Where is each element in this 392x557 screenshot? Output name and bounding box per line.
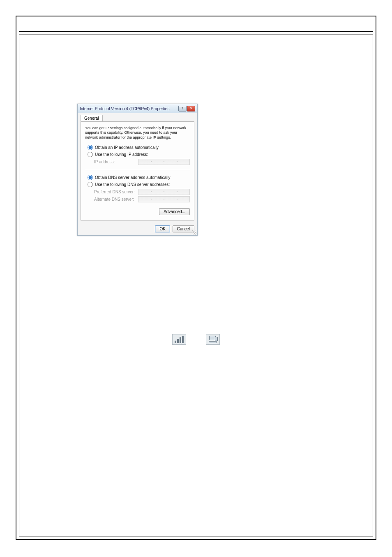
alternate-dns-field <box>138 196 190 202</box>
advanced-row: Advanced... <box>85 207 190 215</box>
group-divider <box>85 170 190 170</box>
dns-settings-group: Obtain DNS server address automatically … <box>85 175 190 202</box>
alternate-dns-label: Alternate DNS server: <box>94 197 134 202</box>
resize-grip-icon[interactable] <box>192 230 196 234</box>
window-title: Internet Protocol Version 4 (TCP/IPv4) P… <box>80 107 169 111</box>
advanced-button[interactable]: Advanced... <box>159 208 190 215</box>
radio-obtain-dns-auto-input[interactable] <box>88 175 93 180</box>
close-button[interactable]: ✕ <box>187 106 195 111</box>
preferred-dns-label: Preferred DNS server: <box>94 190 135 194</box>
tab-general[interactable]: General <box>81 115 103 121</box>
ip-settings-group: Obtain an IP address automatically Use t… <box>85 145 190 165</box>
help-button[interactable]: ? <box>178 106 187 111</box>
ip-address-field <box>138 159 190 165</box>
titlebar[interactable]: Internet Protocol Version 4 (TCP/IPv4) P… <box>78 104 197 113</box>
tab-row: General <box>81 115 194 121</box>
radio-use-ip-manual[interactable]: Use the following IP address: <box>88 152 190 157</box>
ip-address-row: IP address: <box>94 159 190 165</box>
radio-obtain-dns-auto[interactable]: Obtain DNS server address automatically <box>88 175 190 180</box>
cancel-button[interactable]: Cancel <box>173 225 194 232</box>
tcpip-properties-dialog: Internet Protocol Version 4 (TCP/IPv4) P… <box>77 104 198 236</box>
network-adapter-icon[interactable] <box>206 334 220 345</box>
alternate-dns-row: Alternate DNS server: <box>94 196 190 202</box>
radio-use-ip-manual-input[interactable] <box>88 152 93 157</box>
dialog-body: General You can get IP settings assigned… <box>78 113 197 223</box>
tray-icon-row <box>19 334 373 345</box>
radio-obtain-ip-auto-input[interactable] <box>88 145 93 150</box>
radio-use-ip-manual-label: Use the following IP address: <box>95 152 148 157</box>
radio-use-dns-manual-input[interactable] <box>88 182 93 187</box>
radio-use-dns-manual-label: Use the following DNS server addresses: <box>95 182 170 187</box>
dialog-buttons: OK Cancel <box>78 223 197 235</box>
header-separator <box>19 31 373 32</box>
radio-obtain-ip-auto[interactable]: Obtain an IP address automatically <box>88 145 190 150</box>
description-text: You can get IP settings assigned automat… <box>85 126 190 140</box>
tab-pane-general: You can get IP settings assigned automat… <box>81 121 194 220</box>
page-frame-inner: Internet Protocol Version 4 (TCP/IPv4) P… <box>19 35 373 536</box>
radio-use-dns-manual[interactable]: Use the following DNS server addresses: <box>88 182 190 187</box>
ok-button[interactable]: OK <box>155 225 170 232</box>
wireless-signal-icon[interactable] <box>172 334 186 345</box>
window-buttons: ? ✕ <box>178 106 195 111</box>
page-frame-outer: Internet Protocol Version 4 (TCP/IPv4) P… <box>16 16 376 540</box>
preferred-dns-row: Preferred DNS server: <box>94 189 190 195</box>
preferred-dns-field <box>138 189 190 195</box>
radio-obtain-dns-auto-label: Obtain DNS server address automatically <box>95 175 170 180</box>
radio-obtain-ip-auto-label: Obtain an IP address automatically <box>95 145 159 150</box>
ip-address-label: IP address: <box>94 160 115 164</box>
